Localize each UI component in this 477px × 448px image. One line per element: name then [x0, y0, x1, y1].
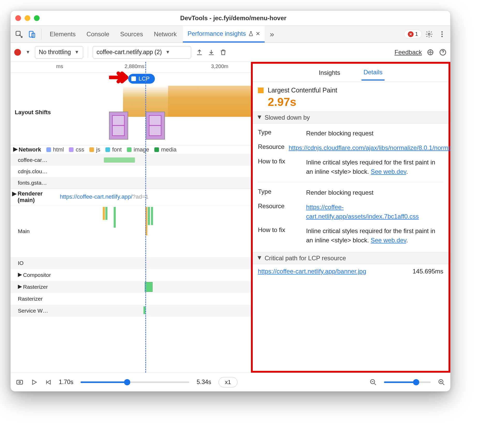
service-worker-row[interactable]: Service W… — [11, 305, 251, 317]
track-label: ▶ Compositor — [18, 272, 57, 278]
zoom-in-icon[interactable] — [438, 379, 445, 386]
panel-settings-icon[interactable] — [427, 48, 434, 56]
inspect-icon[interactable] — [13, 28, 25, 40]
details-tabs: Insights Details — [253, 64, 449, 82]
network-row[interactable]: cdnjs.clou… — [11, 166, 251, 177]
kv-value: Inline critical styles required for the … — [306, 158, 443, 176]
time-cursor[interactable] — [145, 62, 146, 373]
critical-path-link[interactable]: https://coffee-cart.netlify.app/banner.j… — [258, 268, 366, 275]
kv-key: Type — [258, 129, 302, 138]
screenshot-thumbnail[interactable] — [146, 112, 165, 140]
details-tab[interactable]: Details — [362, 65, 385, 81]
slowed-down-by-header[interactable]: ▼ Slowed down by — [253, 112, 449, 124]
record-menu-icon[interactable]: ▼ — [26, 49, 30, 55]
svg-point-11 — [19, 381, 20, 383]
tab-console[interactable]: Console — [82, 26, 114, 42]
kv-key: How to fix — [258, 226, 302, 245]
chevron-down-icon: ▼ — [256, 113, 263, 121]
see-webdev-link[interactable]: See web.dev — [371, 237, 406, 244]
lcp-label: Largest Contentful Paint — [268, 86, 337, 94]
close-tab-icon[interactable]: × — [256, 30, 260, 38]
minimize-window-button[interactable] — [25, 15, 30, 21]
legend-html: html — [46, 146, 64, 153]
toggle-preview-icon[interactable] — [16, 378, 24, 386]
error-count-badge[interactable]: ✕ 1 — [404, 30, 422, 38]
kv-row: Resource https://coffee-cart.netlify.app… — [258, 200, 443, 224]
section-title: Critical path for LCP resource — [265, 255, 346, 262]
resource-link[interactable]: https://cdnjs.cloudflare.com/ajax/libs/n… — [289, 144, 451, 151]
tab-sources[interactable]: Sources — [115, 26, 148, 42]
lcp-value: 2.97s — [268, 96, 443, 109]
kebab-menu-icon[interactable] — [436, 28, 448, 40]
lcp-marker-badge[interactable]: LCP — [128, 74, 155, 84]
delete-icon[interactable] — [220, 49, 227, 56]
renderer-url[interactable]: https://coffee-cart.netlify.app/?ad=1 — [60, 193, 148, 200]
time-slider[interactable] — [81, 381, 189, 383]
zoom-slider[interactable] — [384, 381, 431, 383]
throttling-select[interactable]: No throttling ▼ — [35, 46, 83, 59]
legend-swatch — [154, 147, 159, 152]
play-icon[interactable] — [31, 379, 38, 386]
legend-media: media — [154, 146, 177, 153]
track-label: Rasterizer — [18, 296, 57, 302]
legend-swatch — [89, 147, 94, 152]
network-row[interactable]: coffee-car… — [11, 154, 251, 166]
screenshot-thumbnail[interactable] — [109, 112, 128, 140]
record-button[interactable] — [14, 49, 21, 56]
rewind-icon[interactable] — [45, 379, 52, 386]
time-start: 1.70s — [59, 379, 73, 386]
kv-value: Inline critical styles required for the … — [306, 226, 443, 245]
svg-point-5 — [442, 33, 443, 35]
rasterizer-row-2[interactable]: Rasterizer — [11, 293, 251, 305]
close-window-button[interactable] — [15, 15, 21, 21]
rasterizer-row[interactable]: ▶ Rasterizer — [11, 281, 251, 293]
content-area: ms 2,880ms 3,200m LCP Layout Shifts — [11, 62, 450, 373]
throttling-value: No throttling — [39, 49, 71, 56]
more-tabs-icon[interactable]: » — [266, 28, 278, 40]
traffic-lights — [15, 15, 40, 21]
track-label: ▶ Rasterizer — [18, 284, 57, 290]
feedback-link[interactable]: Feedback — [395, 49, 422, 56]
maximize-window-button[interactable] — [34, 15, 40, 21]
track-label: IO — [18, 260, 57, 266]
time-ruler[interactable]: ms 2,880ms 3,200m — [11, 62, 251, 73]
legend-js: js — [89, 146, 100, 153]
svg-point-6 — [442, 36, 443, 37]
kv-row: How to fix Inline critical styles requir… — [258, 224, 443, 248]
legend-swatch — [105, 147, 110, 152]
zoom-level[interactable]: x1 — [219, 377, 237, 387]
layout-shifts-label: Layout Shifts — [11, 86, 55, 145]
kv-row: How to fix Inline critical styles requir… — [258, 155, 443, 179]
layout-shifts-graph[interactable] — [55, 86, 251, 145]
main-thread-row[interactable]: Main — [11, 205, 251, 257]
playback-footer: 1.70s 5.34s x1 — [11, 373, 450, 391]
zoom-out-icon[interactable] — [370, 379, 377, 386]
renderer-toggle[interactable]: ▶ Renderer (main) — [12, 190, 55, 204]
import-icon[interactable] — [208, 49, 215, 56]
section-title: Slowed down by — [265, 114, 310, 121]
svg-rect-10 — [17, 380, 23, 384]
export-icon[interactable] — [196, 49, 203, 56]
chevron-down-icon: ▼ — [256, 254, 263, 261]
details-panel: Insights Details Largest Contentful Pain… — [251, 62, 450, 373]
network-row[interactable]: fonts.gsta… — [11, 177, 251, 189]
tab-network[interactable]: Network — [149, 26, 181, 42]
settings-gear-icon[interactable] — [423, 28, 435, 40]
lcp-color-icon — [258, 88, 264, 93]
kv-row: Type Render blocking request — [258, 185, 443, 200]
device-toggle-icon[interactable] — [26, 28, 38, 40]
critical-path-header[interactable]: ▼ Critical path for LCP resource — [253, 252, 449, 264]
insights-tab[interactable]: Insights — [317, 66, 342, 80]
network-toggle[interactable]: ▶ Network — [13, 146, 41, 153]
tab-elements[interactable]: Elements — [45, 26, 80, 42]
lcp-summary: Largest Contentful Paint 2.97s — [253, 82, 449, 112]
titlebar: DevTools - jec.fyi/demo/menu-hover — [11, 11, 450, 26]
compositor-row[interactable]: ▶ Compositor — [11, 269, 251, 281]
help-icon[interactable] — [439, 48, 447, 56]
io-thread-row[interactable]: IO — [11, 257, 251, 269]
recording-select[interactable]: coffee-cart.netlify.app (2) ▼ — [93, 46, 191, 59]
network-row-label: cdnjs.clou… — [18, 168, 57, 175]
tab-performance-insights[interactable]: Performance insights × — [183, 26, 265, 42]
see-webdev-link[interactable]: See web.dev — [371, 168, 406, 175]
resource-link[interactable]: https://coffee-cart.netlify.app/assets/i… — [306, 204, 419, 220]
